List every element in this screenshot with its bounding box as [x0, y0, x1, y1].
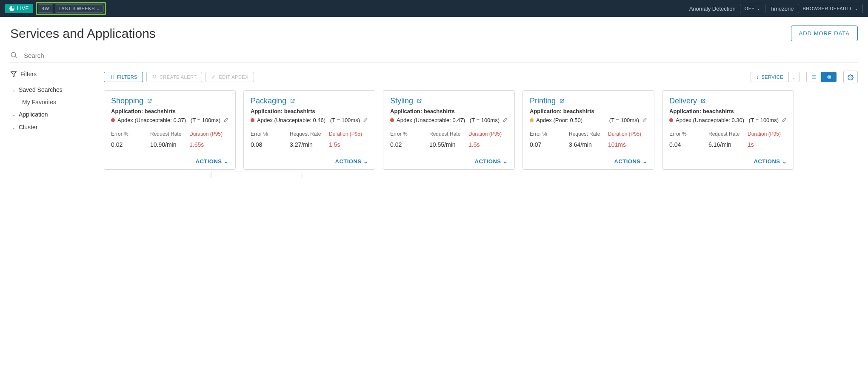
error-label: Error % — [669, 131, 708, 137]
topbar-left: LIVE 4W LAST 4 WEEKS ⌄ — [5, 2, 106, 15]
error-value: 0.02 — [111, 141, 150, 148]
rate-label: Request Rate — [569, 131, 608, 137]
actions-dropdown[interactable]: ACTIONS ⌄ — [196, 158, 229, 165]
chevron-down-icon: ⌄ — [12, 125, 15, 130]
external-link-icon — [559, 98, 565, 104]
card-title-link[interactable]: Delivery — [669, 97, 787, 105]
time-range-short[interactable]: 4W — [38, 4, 53, 13]
svg-point-12 — [850, 77, 851, 78]
svg-rect-3 — [110, 75, 114, 79]
threshold-text: (T = 100ms) — [609, 117, 639, 123]
rate-value: 10.55/min — [429, 141, 468, 148]
pencil-icon[interactable] — [642, 117, 647, 123]
sidebar-group[interactable]: ⌄Cluster — [10, 121, 95, 134]
filters-heading: Filters — [10, 71, 95, 77]
sidebar: Filters ⌄Saved SearchesMy Favorites⌄Appl… — [10, 71, 95, 170]
content: Filters ⌄Saved SearchesMy Favorites⌄Appl… — [10, 71, 858, 170]
search-input[interactable] — [24, 52, 858, 59]
duration-value: 1.5s — [329, 141, 368, 148]
rate-value: 10.90/min — [150, 141, 189, 148]
page-header: Services and Applications ADD MORE DATA — [10, 26, 858, 41]
page-title: Services and Applications — [10, 26, 156, 41]
chevron-down-icon: ⌄ — [12, 88, 15, 92]
error-label: Error % — [111, 131, 150, 137]
apdex-text: Apdex (Unacceptable: 0.37) — [117, 117, 186, 123]
apdex-row: Apdex (Unacceptable: 0.37)(T = 100ms) — [111, 117, 228, 123]
anomaly-value: OFF — [745, 6, 755, 11]
list-icon — [811, 74, 817, 80]
actions-dropdown[interactable]: ACTIONS ⌄ — [335, 158, 368, 165]
apdex-text: Apdex (Unacceptable: 0.46) — [257, 117, 326, 123]
sidebar-group-label: Cluster — [19, 124, 37, 131]
apdex-row: Apdex (Unacceptable: 0.30)(T = 100ms) — [669, 117, 787, 123]
timezone-dropdown[interactable]: BROWSER DEFAULT ⌄ — [798, 4, 863, 13]
actions-dropdown[interactable]: ACTIONS ⌄ — [475, 158, 508, 165]
duration-value: 1s — [748, 141, 787, 148]
sort-dropdown[interactable]: ↓ SERVICE ⌄ — [751, 72, 799, 82]
time-range-dropdown[interactable]: LAST 4 WEEKS ⌄ — [55, 4, 104, 13]
view-toggle — [806, 72, 837, 82]
sidebar-group[interactable]: ⌄Saved Searches — [10, 83, 95, 96]
duration-label: Duration (P95) — [189, 131, 228, 137]
anomaly-dropdown[interactable]: OFF ⌄ — [740, 4, 765, 13]
edit-apdex-button[interactable]: EDIT APDEX — [206, 72, 254, 82]
sidebar-item[interactable]: My Favorites — [10, 96, 95, 108]
card-application: Application: beachshirts — [669, 108, 787, 114]
card-title-link[interactable]: Shopping — [111, 97, 228, 105]
duration-value: 101ms — [608, 141, 647, 148]
list-view-button[interactable] — [806, 72, 821, 82]
pencil-icon[interactable] — [363, 117, 368, 123]
rate-label: Request Rate — [708, 131, 748, 137]
metrics-row: Error %0.07Request Rate3.64/minDuration … — [530, 131, 647, 148]
actions-dropdown[interactable]: ACTIONS ⌄ — [754, 158, 787, 165]
create-alert-button[interactable]: CREATE ALERT — [146, 72, 203, 82]
metrics-row: Error %0.08Request Rate3.27/minDuration … — [251, 131, 368, 148]
top-bar: LIVE 4W LAST 4 WEEKS ⌄ Anomaly Detection… — [0, 0, 868, 17]
svg-rect-8 — [827, 75, 829, 77]
metrics-row: Error %0.04Request Rate6.16/minDuration … — [669, 131, 787, 148]
external-link-icon — [700, 98, 706, 104]
add-more-data-button[interactable]: ADD MORE DATA — [791, 26, 858, 41]
rate-value: 6.16/min — [708, 141, 748, 148]
svg-rect-9 — [829, 75, 831, 77]
chevron-down-icon: ⌄ — [642, 158, 648, 165]
card-title-link[interactable]: Styling — [390, 97, 508, 105]
pencil-icon[interactable] — [223, 117, 228, 123]
threshold-text: (T = 100ms) — [470, 117, 500, 123]
card-title-link[interactable]: Printing — [530, 97, 647, 105]
svg-point-0 — [11, 52, 16, 57]
edit-apdex-label: EDIT APDEX — [219, 74, 248, 80]
error-label: Error % — [390, 131, 429, 137]
apdex-text: Apdex (Unacceptable: 0.47) — [397, 117, 465, 123]
sort-caret[interactable]: ⌄ — [788, 72, 799, 82]
card-title-link[interactable]: Packaging — [251, 97, 368, 105]
duration-label: Duration (P95) — [468, 131, 508, 137]
filter-panel-icon — [109, 74, 114, 80]
sidebar-group[interactable]: ⌄Application — [10, 108, 95, 121]
external-link-icon — [147, 98, 152, 104]
metrics-row: Error %0.02Request Rate10.55/minDuration… — [390, 131, 508, 148]
live-button[interactable]: LIVE — [5, 4, 33, 13]
rate-label: Request Rate — [429, 131, 468, 137]
metrics-row: Error %0.02Request Rate10.90/minDuration… — [111, 131, 228, 148]
card-application: Application: beachshirts — [530, 108, 647, 114]
menu-item[interactable]: View Service Map — [211, 176, 301, 178]
svg-rect-11 — [829, 77, 831, 79]
settings-button[interactable] — [843, 71, 858, 83]
chevron-down-icon: ⌄ — [96, 7, 100, 11]
filters-button[interactable]: FILTERS — [104, 72, 143, 82]
card-application: Application: beachshirts — [251, 108, 368, 114]
error-label: Error % — [530, 131, 569, 137]
actions-dropdown[interactable]: ACTIONS ⌄ — [614, 158, 648, 165]
grid-view-button[interactable] — [821, 72, 837, 82]
pencil-icon[interactable] — [781, 117, 787, 123]
search-icon — [10, 51, 18, 59]
service-card: PrintingApplication: beachshirtsApdex (P… — [523, 90, 654, 170]
threshold-text: (T = 100ms) — [330, 117, 360, 123]
sidebar-group-label: Application — [19, 111, 48, 118]
filters-button-label: FILTERS — [117, 74, 137, 80]
chevron-down-icon: ⌄ — [757, 6, 761, 11]
apdex-row: Apdex (Unacceptable: 0.47)(T = 100ms) — [390, 117, 508, 123]
pencil-icon[interactable] — [502, 117, 508, 123]
service-card: StylingApplication: beachshirtsApdex (Un… — [383, 90, 515, 170]
